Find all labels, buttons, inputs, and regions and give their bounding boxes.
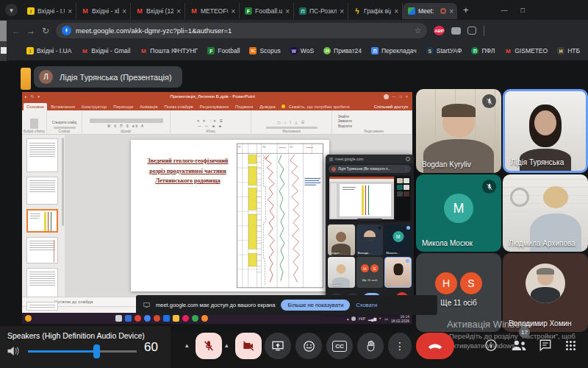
participants-button[interactable] xyxy=(509,336,529,354)
mini-tile-overflow[interactable]: H S Ще 11 осіб xyxy=(356,257,384,288)
forward-icon[interactable]: → xyxy=(24,26,38,36)
hide-link[interactable]: Сховати xyxy=(356,302,377,308)
paste-icon[interactable] xyxy=(30,118,38,129)
more-options-button[interactable]: ⋮ xyxy=(388,333,412,359)
extension-icon[interactable] xyxy=(467,26,476,35)
reactions-button[interactable] xyxy=(295,333,322,359)
close-icon[interactable]: × xyxy=(122,7,126,15)
slide-thumbnail-4[interactable] xyxy=(26,237,58,263)
new-tab-button[interactable]: + xyxy=(463,4,469,15)
bookmark-wos[interactable]: WWoS xyxy=(290,47,314,54)
bookmark-football[interactable]: FFootball xyxy=(207,47,240,54)
tab-meteofor[interactable]: M METEOFOR × xyxy=(185,3,240,19)
slide-thumbnail-5[interactable] xyxy=(26,268,58,297)
bookmark-scopus[interactable]: SCScopus xyxy=(249,47,280,54)
mini-tile-volodymyr[interactable]: Володи... xyxy=(356,224,384,255)
chat-button[interactable] xyxy=(537,336,554,354)
bookmark-ifntung-mail[interactable]: MПошта ІФНТУНГ xyxy=(140,47,198,54)
close-icon[interactable]: × xyxy=(394,7,398,15)
close-icon[interactable]: × xyxy=(285,7,290,15)
more-icon[interactable]: ⋮ xyxy=(404,167,408,171)
leave-call-button[interactable] xyxy=(416,333,454,359)
close-icon[interactable]: × xyxy=(68,7,72,15)
window-minimize-button[interactable]: — xyxy=(501,7,508,14)
mic-off-button[interactable] xyxy=(196,333,222,359)
mini-tile-lidiia[interactable]: Лі... xyxy=(384,257,412,288)
shapes-buttons[interactable]: ▢ ○ \ △ ☷ xyxy=(277,121,306,125)
bookmark-translate[interactable]: ППерекладач xyxy=(371,47,417,54)
ppt-window-controls[interactable]: — □ × xyxy=(392,94,409,99)
slide-thumbnail-1[interactable] xyxy=(26,138,58,172)
tile-mykola-mosiuk[interactable]: M Микола Мосюк xyxy=(416,174,501,252)
tab-inbox-12[interactable]: M Вхідні (12) × xyxy=(131,3,185,19)
tab-inbox-gmail[interactable]: M Вхідні - xb × xyxy=(76,3,131,19)
mini-tile-bogdan[interactable]: Богдан... xyxy=(328,224,355,255)
mini-tile-liudmyla[interactable]: Людмил... xyxy=(328,257,355,288)
ppt-quick-access-icons[interactable]: ▸ ↻ ▾ xyxy=(25,94,41,99)
ppt-tell-me[interactable]: Скажіть, що потрібно зробити xyxy=(286,103,353,110)
mini-tile-mykola[interactable]: M Микола... xyxy=(384,224,412,255)
close-icon[interactable]: × xyxy=(449,7,453,15)
reload-icon[interactable]: ↻ xyxy=(38,26,53,36)
activities-button[interactable] xyxy=(562,336,579,354)
ppt-tab-transitions[interactable]: Переходи xyxy=(110,103,136,110)
settings-icon[interactable] xyxy=(406,157,410,161)
ppt-tab-view[interactable]: Подання xyxy=(232,103,256,110)
tile-volodymyr-khomyn[interactable]: Володимир Хомин xyxy=(503,253,588,332)
font-style-buttons[interactable]: Ж К П S ab A xyxy=(107,124,145,129)
window-maximize-button[interactable]: □ xyxy=(521,7,525,14)
slide-thumbnail-3-selected[interactable] xyxy=(26,209,58,233)
bookmark-startuaf[interactable]: SStartУАФ xyxy=(426,47,462,54)
tab-hrafik[interactable]: ϟ Графік від × xyxy=(348,3,403,19)
speaker-icon[interactable] xyxy=(7,345,20,357)
taskbar-language[interactable]: УКР xyxy=(359,316,365,321)
tab-football[interactable]: F Football.u × xyxy=(240,3,294,19)
close-icon[interactable]: × xyxy=(176,7,181,15)
font-picker[interactable] xyxy=(90,118,163,123)
address-bar[interactable]: meet.google.com/akk-dgmr-yzc?pli=1&authu… xyxy=(56,23,427,38)
tile-lidiia-turianska[interactable]: Лідія Турянська xyxy=(503,89,588,173)
thumbnails-scrollbar[interactable] xyxy=(62,138,64,226)
ppt-tab-slideshow[interactable]: Показ слайдів xyxy=(162,103,196,110)
volume-slider-track[interactable] xyxy=(28,350,137,353)
select-button[interactable]: Виділити xyxy=(338,124,352,129)
ppt-tab-insert[interactable]: Вставлення xyxy=(48,103,78,110)
ppt-tab-help[interactable]: Довідка xyxy=(257,103,279,110)
bookmark-privat24[interactable]: 24Приват24 xyxy=(323,47,362,54)
ppt-tab-home[interactable]: Основне xyxy=(24,103,47,110)
ppt-tab-review[interactable]: Рецензування xyxy=(197,103,232,110)
tab-ps-rozklad[interactable]: П ПС-Розкл × xyxy=(294,3,348,19)
tab-search-button[interactable]: ▾ xyxy=(5,4,18,16)
volume-slider-handle[interactable] xyxy=(93,344,100,358)
slide-thumbnail-2[interactable] xyxy=(26,177,58,205)
bookmark-star-icon[interactable]: ☆ xyxy=(415,26,421,35)
meeting-details-button[interactable] xyxy=(482,336,500,354)
close-icon[interactable]: × xyxy=(340,7,344,15)
bookmark-pfl[interactable]: ППФЛ xyxy=(471,47,495,54)
ppt-share-button[interactable]: Спільний доступ xyxy=(371,103,411,110)
mini-screen-preview[interactable] xyxy=(328,175,412,222)
bookmark-gismeteo[interactable]: MGISMETEO xyxy=(504,47,548,54)
align-buttons[interactable]: — — ≣ ≣ xyxy=(198,124,223,129)
close-icon[interactable]: × xyxy=(231,7,235,15)
mic-options-chevron[interactable]: ▴ xyxy=(185,342,189,349)
bookmark-ntb[interactable]: ННТБ xyxy=(557,47,580,54)
ppt-tab-animations[interactable]: Анімація xyxy=(137,103,160,110)
arrange-button[interactable] xyxy=(266,127,318,129)
extension-icon[interactable] xyxy=(451,27,461,35)
bookmark-iua[interactable]: iВхідні - І.UA xyxy=(26,47,71,54)
camera-off-button[interactable] xyxy=(235,333,262,359)
raise-hand-button[interactable] xyxy=(357,333,384,359)
tile-liudmyla-arkhypova[interactable]: Людмила Архипова xyxy=(503,174,588,252)
tab-meet-active[interactable]: Meet: × xyxy=(403,3,457,19)
back-icon[interactable]: ← xyxy=(9,26,24,36)
magnifier-handle[interactable] xyxy=(1,47,7,54)
bookmark-gmail[interactable]: MВхідні - Gmail xyxy=(81,47,130,54)
camera-options-chevron[interactable]: ▴ xyxy=(225,342,229,349)
adblock-extension-icon[interactable]: ABP xyxy=(434,26,445,35)
captions-button[interactable]: CC xyxy=(326,333,353,359)
tab-inbox-iua[interactable]: i Вхідні - І.U × xyxy=(22,3,76,19)
present-screen-button[interactable] xyxy=(265,333,291,359)
new-slide-button[interactable]: Створити слайд xyxy=(52,121,77,125)
mini-meet-window[interactable]: meet.google.com Лідія Турянська (Ви пока… xyxy=(326,155,414,311)
